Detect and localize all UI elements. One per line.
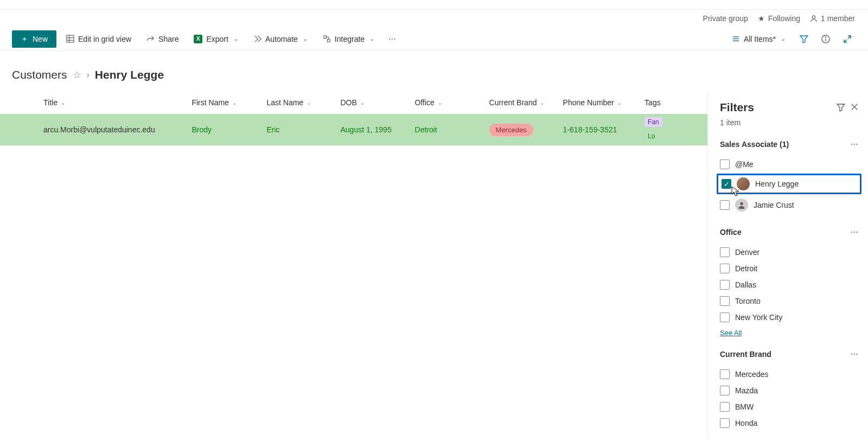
cell-title[interactable]: arcu.Morbi@vulputateduinec.edu: [43, 125, 192, 134]
tag-pill: Fan: [644, 117, 662, 127]
filter-option-mazda[interactable]: Mazda: [720, 382, 858, 399]
checkbox-unchecked[interactable]: [720, 312, 730, 322]
brand-pill: Mercedes: [489, 124, 533, 136]
share-button[interactable]: Share: [141, 31, 184, 47]
toolbar: ＋ New Edit in grid view Share X Export ⌄…: [0, 27, 868, 51]
privacy-label: Private group: [703, 14, 748, 23]
checkbox-unchecked[interactable]: [720, 402, 730, 412]
svg-point-0: [812, 16, 815, 18]
chevron-down-icon: ⌄: [233, 35, 238, 42]
filters-title: Filters: [720, 101, 754, 114]
svg-rect-6: [327, 39, 330, 42]
filter-option-detroit[interactable]: Detroit: [720, 260, 858, 277]
chevron-down-icon: ⌄: [781, 35, 786, 42]
column-header-office[interactable]: Office⌄: [415, 98, 489, 107]
new-button[interactable]: ＋ New: [12, 30, 56, 48]
chevron-down-icon: ⌄: [303, 35, 308, 42]
checkbox-unchecked[interactable]: [720, 264, 730, 273]
checkbox-unchecked[interactable]: [720, 159, 730, 169]
filter-option-denver[interactable]: Denver: [720, 244, 858, 260]
checkbox-unchecked[interactable]: [720, 369, 730, 379]
cell-last-name: Eric: [266, 125, 340, 134]
chevron-down-icon: ⌄: [360, 100, 365, 106]
filter-option-mercedes[interactable]: Mercedes: [720, 366, 858, 382]
cell-brand: Mercedes: [489, 124, 563, 136]
filter-option-henry-legge[interactable]: ✓ Henry Legge: [717, 174, 861, 194]
cell-office: Detroit: [415, 125, 489, 134]
svg-rect-1: [67, 35, 74, 42]
filter-option-me[interactable]: @Me: [720, 156, 858, 172]
cell-dob: August 1, 1995: [340, 125, 414, 134]
new-label: New: [33, 35, 48, 43]
column-header-phone[interactable]: Phone Number⌄: [563, 98, 644, 107]
info-button[interactable]: [817, 30, 834, 48]
filter-option-jamie-crust[interactable]: Jamie Crust: [720, 195, 858, 215]
column-header-title[interactable]: Title⌄: [43, 98, 192, 107]
filter-group-label: Office: [720, 228, 742, 237]
avatar: [735, 199, 748, 212]
view-selector-label: All Items*: [744, 35, 776, 43]
share-icon: [146, 35, 155, 43]
column-header-brand[interactable]: Current Brand⌄: [489, 98, 563, 107]
filter-group-more-icon[interactable]: ⋯: [851, 140, 858, 149]
breadcrumb: Customers ☆ › Henry Legge: [0, 51, 868, 91]
filter-option-bmw[interactable]: BMW: [720, 399, 858, 415]
chevron-down-icon: ⌄: [540, 100, 544, 106]
filters-panel: Filters 1 item Sales Associate (1) ⋯ @Me: [707, 91, 868, 440]
tag-pill: Lo: [644, 131, 658, 141]
view-selector[interactable]: All Items* ⌄: [726, 31, 791, 47]
favorite-star-icon[interactable]: ☆: [73, 69, 81, 81]
integrate-button[interactable]: Integrate ⌄: [317, 31, 380, 47]
column-header-first-name[interactable]: First Name⌄: [192, 98, 266, 107]
plus-icon: ＋: [21, 34, 28, 44]
members-label: 1 member: [821, 14, 855, 23]
filter-option-toronto[interactable]: Toronto: [720, 293, 858, 309]
column-header-tags[interactable]: Tags: [644, 98, 707, 107]
top-strip: [0, 0, 868, 10]
filter-group-more-icon[interactable]: ⋯: [851, 228, 858, 237]
breadcrumb-root[interactable]: Customers: [12, 68, 67, 81]
more-actions-button[interactable]: ⋯: [384, 35, 400, 43]
filter-group-office: Office ⋯ Denver Detroit Dallas Toronto N…: [720, 228, 858, 337]
checkbox-unchecked[interactable]: [720, 418, 730, 428]
cell-phone: 1-618-159-3521: [563, 125, 644, 134]
edit-grid-button[interactable]: Edit in grid view: [61, 31, 137, 47]
svg-rect-5: [324, 36, 327, 39]
cell-first-name: Brody: [192, 125, 266, 134]
filter-option-label: Mazda: [735, 386, 758, 395]
see-all-link[interactable]: See All: [720, 329, 742, 337]
following-toggle[interactable]: ★ Following: [758, 14, 800, 23]
export-button[interactable]: X Export ⌄: [188, 31, 243, 47]
filter-toggle-button[interactable]: [795, 30, 813, 48]
checkbox-unchecked[interactable]: [720, 386, 730, 395]
automate-label: Automate: [265, 35, 298, 43]
filter-option-nyc[interactable]: New York City: [720, 309, 858, 325]
members-link[interactable]: 1 member: [810, 14, 855, 23]
table-row[interactable]: arcu.Morbi@vulputateduinec.edu Brody Eri…: [0, 114, 707, 145]
automate-button[interactable]: Automate ⌄: [248, 31, 313, 47]
header-row: Private group ★ Following 1 member: [0, 10, 868, 27]
checkbox-unchecked[interactable]: [720, 296, 730, 306]
checkbox-unchecked[interactable]: [720, 247, 730, 257]
grid-icon: [66, 35, 74, 43]
close-filters-icon[interactable]: [851, 103, 858, 112]
filter-option-dallas[interactable]: Dallas: [720, 277, 858, 293]
filter-group-sales-associate: Sales Associate (1) ⋯ @Me ✓ Henry Legge …: [720, 140, 858, 215]
filter-group-more-icon[interactable]: ⋯: [851, 350, 858, 359]
list-icon: [732, 35, 740, 43]
filter-option-label: BMW: [735, 402, 754, 411]
checkbox-unchecked[interactable]: [720, 280, 730, 290]
avatar: [737, 177, 750, 190]
filter-option-label: Dallas: [735, 280, 756, 289]
chevron-down-icon: ⌄: [369, 35, 374, 42]
filter-option-label: Honda: [735, 419, 757, 427]
column-header-dob[interactable]: DOB⌄: [340, 98, 414, 107]
checkbox-checked[interactable]: ✓: [722, 179, 731, 189]
checkbox-unchecked[interactable]: [720, 200, 730, 210]
filter-option-label: Jamie Crust: [754, 201, 794, 209]
column-header-last-name[interactable]: Last Name⌄: [266, 98, 340, 107]
expand-button[interactable]: [839, 30, 856, 48]
clear-filters-icon[interactable]: [837, 103, 845, 112]
filter-option-label: Toronto: [735, 297, 761, 305]
filter-option-honda[interactable]: Honda: [720, 415, 858, 431]
